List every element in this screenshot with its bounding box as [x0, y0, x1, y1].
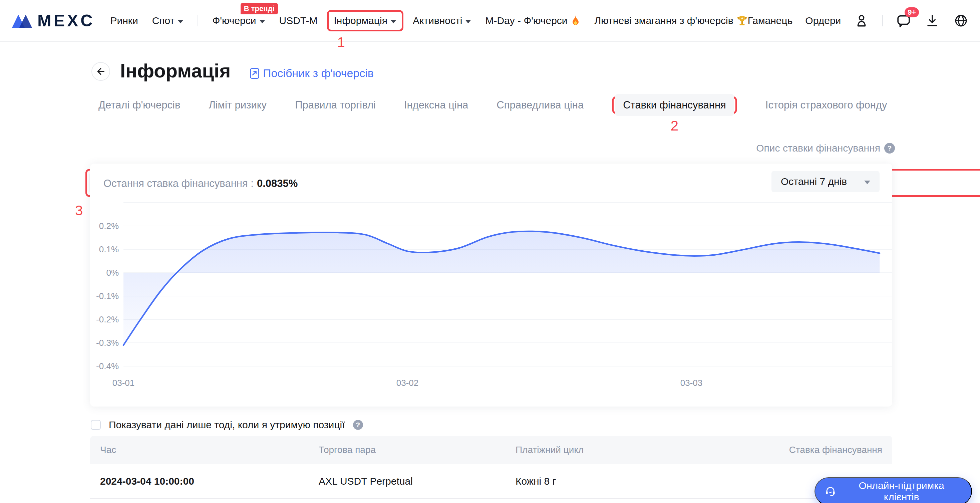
svg-text:03-02: 03-02	[396, 378, 419, 388]
mexc-logo-text: MEXC	[37, 11, 95, 30]
notification-count-badge: 9+	[905, 7, 919, 18]
annotation-step-2: 2	[671, 118, 678, 134]
svg-text:-0.1%: -0.1%	[96, 291, 119, 301]
info-tabs: Деталі ф'ючерсів Ліміт ризику Правила то…	[99, 96, 887, 114]
cell-cycle: Кожні 8 г	[515, 476, 783, 487]
annotation-box-2: Ставки фінансування 2	[612, 96, 737, 114]
download-icon[interactable]	[924, 13, 940, 29]
mexc-logo[interactable]: MEXC	[11, 11, 95, 30]
tab-fair-price[interactable]: Справедлива ціна	[496, 99, 584, 111]
chevron-down-icon	[259, 20, 265, 23]
annotation-box-1: Інформація 1	[327, 10, 403, 31]
desc-link-label: Опис ставки фінансування	[756, 143, 880, 154]
chevron-down-icon	[390, 20, 396, 23]
svg-text:0.1%: 0.1%	[99, 244, 119, 254]
table-header-row: Час Торгова пара Платіжний цикл Ставка ф…	[90, 436, 892, 464]
nav-divider	[882, 15, 883, 26]
table-row[interactable]: 2024-03-04 10:00:00 AXL USDT Perpetual К…	[90, 464, 892, 499]
nav-divider	[197, 15, 198, 26]
annotation-step-1: 1	[337, 34, 345, 50]
tab-insurance-fund-history[interactable]: Історія страхового фонду	[765, 99, 887, 111]
help-icon[interactable]: ?	[884, 143, 895, 154]
chart-gridlines	[124, 202, 892, 366]
support-button-label: Онлайн-підтримка клієнтів	[841, 480, 962, 503]
user-icon[interactable]	[854, 13, 870, 29]
trophy-icon	[737, 15, 748, 26]
nav-right: Гаманець Ордери 9+	[748, 13, 980, 29]
trending-badge: В тренді	[240, 3, 278, 14]
guide-book-icon	[250, 68, 259, 79]
tab-futures-details[interactable]: Деталі ф'ючерсів	[99, 99, 180, 111]
svg-text:03-01: 03-01	[113, 378, 135, 388]
svg-text:-0.3%: -0.3%	[96, 338, 119, 348]
chat-icon[interactable]: 9+	[896, 13, 912, 29]
guide-link-label: Посібник з ф'ючерсів	[263, 67, 374, 80]
col-pair: Торгова пара	[319, 444, 515, 455]
cell-time: 2024-03-04 10:00:00	[90, 476, 319, 487]
headset-icon	[824, 485, 836, 497]
chart-series	[124, 231, 880, 345]
period-select[interactable]: Останні 7 днів	[772, 171, 880, 192]
position-filter-label: Показувати дані лише тоді, коли я утриму…	[109, 419, 345, 431]
tab-index-price[interactable]: Індексна ціна	[404, 99, 468, 111]
nav-usdtm[interactable]: USDT-M	[279, 15, 318, 26]
svg-text:0.2%: 0.2%	[99, 221, 119, 231]
funding-chart[interactable]: 0.2%0.1%0%-0.1%-0.2%-0.3%-0.4%03-0103-02…	[90, 197, 892, 390]
col-rate: Ставка фінансування	[783, 444, 892, 455]
funding-history-table: Час Торгова пара Платіжний цикл Ставка ф…	[90, 436, 892, 499]
fire-icon	[571, 15, 581, 26]
help-icon[interactable]: ?	[353, 420, 363, 430]
svg-text:-0.2%: -0.2%	[96, 314, 119, 325]
mexc-logo-icon	[11, 14, 33, 28]
nav-information[interactable]: Інформація	[334, 15, 396, 26]
nav-spot[interactable]: Спот	[152, 15, 184, 26]
chevron-down-icon	[178, 20, 183, 23]
tab-trading-rules[interactable]: Правила торгівлі	[295, 99, 376, 111]
futures-guide-link[interactable]: Посібник з ф'ючерсів	[250, 67, 374, 80]
funding-rate-card: Остання ставка фінансування : 0.0835% Ос…	[90, 164, 892, 406]
nav-wallet[interactable]: Гаманець	[748, 15, 793, 26]
last-funding-rate-value: 0.0835%	[257, 178, 298, 189]
tab-risk-limit[interactable]: Ліміт ризику	[208, 99, 267, 111]
nav-feb-contest[interactable]: Лютневі змагання з ф'ючерсів	[595, 15, 748, 26]
svg-text:-0.4%: -0.4%	[96, 361, 119, 371]
nav-futures[interactable]: Ф'ючерси В тренді	[212, 15, 265, 26]
tab-funding-rates[interactable]: Ставки фінансування	[615, 94, 734, 116]
nav-activities[interactable]: Активності	[413, 15, 471, 26]
col-cycle: Платіжний цикл	[515, 444, 783, 455]
page-title: Інформація	[120, 59, 231, 82]
chevron-down-icon	[864, 181, 870, 184]
back-button[interactable]	[91, 62, 110, 81]
chevron-down-icon	[465, 20, 471, 23]
annotation-step-3: 3	[75, 202, 83, 219]
last-funding-rate: Остання ставка фінансування : 0.0835%	[103, 178, 298, 189]
cell-pair: AXL USDT Perpetual	[319, 476, 515, 487]
period-select-value: Останні 7 днів	[781, 176, 847, 187]
position-filter-checkbox[interactable]	[91, 420, 101, 430]
back-arrow-icon	[96, 67, 106, 76]
globe-icon[interactable]	[953, 13, 969, 29]
svg-text:0%: 0%	[106, 268, 119, 278]
nav-markets[interactable]: Ринки	[110, 15, 138, 26]
last-funding-rate-label: Остання ставка фінансування :	[103, 178, 254, 189]
col-time: Час	[90, 444, 319, 455]
funding-rate-description-link[interactable]: Опис ставки фінансування ?	[756, 143, 895, 154]
nav-mday[interactable]: M-Day - Ф'ючерси	[485, 15, 580, 26]
top-nav: MEXC Ринки Спот Ф'ючерси В тренді USDT-M…	[0, 0, 980, 42]
nav-orders[interactable]: Ордери	[805, 15, 841, 26]
main-menu: Ринки Спот Ф'ючерси В тренді USDT-M Інфо…	[110, 10, 748, 31]
position-filter-row: Показувати дані лише тоді, коли я утриму…	[91, 419, 363, 431]
svg-text:03-03: 03-03	[680, 378, 703, 388]
online-support-button[interactable]: Онлайн-підтримка клієнтів	[815, 477, 972, 503]
